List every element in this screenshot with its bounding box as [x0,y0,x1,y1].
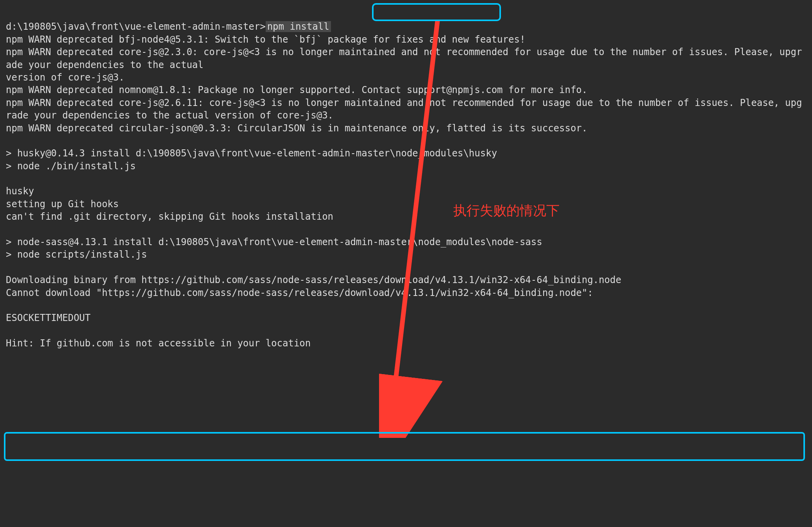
error-highlight-box [4,432,805,461]
command-text: npm install [266,21,331,32]
output-line [6,172,806,185]
output-line: npm WARN deprecated nomnom@1.8.1: Packag… [6,84,806,96]
output-line: npm WARN deprecated core-js@2.6.11: core… [6,97,806,122]
output-line: > node-sass@4.13.1 install d:\190805\jav… [6,236,806,248]
output-line: > node scripts/install.js [6,248,806,261]
output-line: version of core-js@3. [6,71,806,84]
output-line: npm WARN deprecated circular-json@0.3.3:… [6,122,806,134]
output-line: > husky@0.14.3 install d:\190805\java\fr… [6,147,806,160]
output-line [6,299,806,312]
output-line [6,261,806,274]
output-line: can't find .git directory, skipping Git … [6,210,806,223]
annotation-label: 执行失败的情况下 [453,202,560,220]
output-line [6,223,806,236]
prompt-path: d:\190805\java\front\vue-element-admin-m… [6,21,266,32]
output-line: Hint: If github.com is not accessible in… [6,337,806,350]
output-line: Downloading binary from https://github.c… [6,274,806,286]
output-line [6,134,806,147]
output-line: > node ./bin/install.js [6,160,806,172]
prompt-line: d:\190805\java\front\vue-element-admin-m… [6,20,806,33]
output-line [6,324,806,337]
terminal-output[interactable]: d:\190805\java\front\vue-element-admin-m… [6,8,806,362]
output-line: ESOCKETTIMEDOUT [6,312,806,324]
output-line: npm WARN deprecated bfj-node4@5.3.1: Swi… [6,33,806,46]
output-line: npm WARN deprecated core-js@2.3.0: core-… [6,46,806,71]
command-highlight-box [372,3,501,21]
output-line: husky [6,185,806,197]
output-line: setting up Git hooks [6,198,806,210]
output-line: Cannot download "https://github.com/sass… [6,287,806,299]
